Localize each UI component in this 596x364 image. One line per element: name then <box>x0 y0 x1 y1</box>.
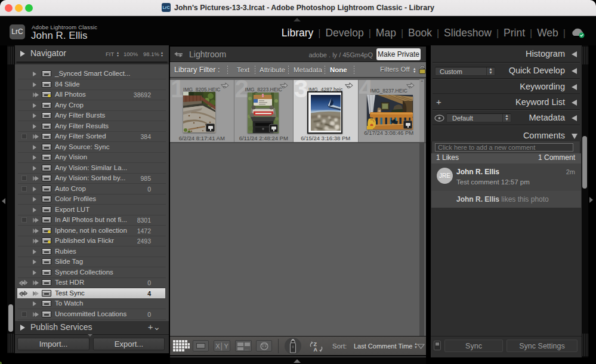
svg-text:A: A <box>314 347 318 353</box>
